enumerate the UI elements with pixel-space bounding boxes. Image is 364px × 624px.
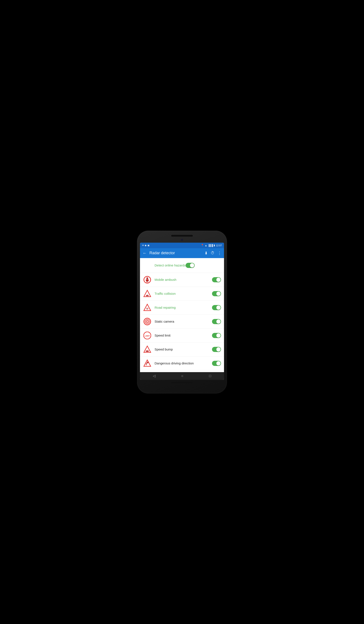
toolbar-title: Radar detector — [149, 251, 202, 255]
wifi-icon: ▲ — [205, 244, 207, 247]
location-icon: 📍 — [201, 244, 204, 247]
item-icon-dangerous-driving-direction — [143, 359, 152, 368]
toggle-mobile-ambush[interactable] — [212, 277, 221, 282]
list-item: ⚒ Road repairing — [140, 301, 224, 315]
phone-camera — [181, 239, 183, 241]
nav-home-button[interactable]: ○ — [181, 374, 183, 378]
svg-text:⚒: ⚒ — [146, 307, 149, 311]
history-button[interactable]: ⏱ — [211, 251, 215, 255]
item-icon-static-camera — [143, 317, 152, 326]
toggle-speed-limit[interactable] — [212, 333, 221, 338]
item-label-speed-limit: Speed limit — [155, 334, 212, 337]
status-right: 📍 ▲ ▐▐▐ ▮ 12:07 — [201, 244, 222, 247]
toggle-road-repairing[interactable] — [212, 305, 221, 310]
battery-icon: ▮ — [214, 244, 215, 247]
toggle-static-camera[interactable] — [212, 319, 221, 324]
item-icon-mobile-ambush — [143, 275, 152, 284]
phone-screen: ✉ ◉ ▣ 📍 ▲ ▐▐▐ ▮ 12:07 ← Radar detector ⬇… — [140, 243, 224, 380]
list-item: Dangerous driving direction — [140, 357, 224, 370]
toggle-traffic-collision[interactable] — [212, 291, 221, 296]
item-label-traffic-collision: Traffic collision — [155, 292, 212, 295]
svg-rect-5 — [148, 280, 149, 281]
item-icon-road-repairing: ⚒ — [143, 303, 152, 312]
item-label-static-camera: Static camera — [155, 320, 212, 323]
status-time: 12:07 — [216, 244, 222, 247]
nav-back-button[interactable]: ◁ — [153, 374, 156, 378]
toolbar-actions: ⬇ ⏱ ⋮ — [205, 251, 221, 256]
status-left: ✉ ◉ ▣ — [142, 244, 149, 247]
phone-speaker — [171, 235, 193, 237]
toggle-speed-bump[interactable] — [212, 347, 221, 352]
item-label-dangerous-driving-direction: Dangerous driving direction — [155, 362, 212, 365]
svg-rect-4 — [146, 280, 147, 281]
list-item: Dangerous crossing — [140, 370, 224, 372]
toolbar: ← Radar detector ⬇ ⏱ ⋮ — [140, 248, 224, 258]
svg-rect-6 — [146, 281, 147, 282]
signal-icon: ▐▐▐ — [208, 244, 213, 247]
item-icon-speed-limit: LIMIT — [143, 331, 152, 340]
item-label-mobile-ambush: Mobile ambush — [155, 278, 212, 282]
list-item: Static camera — [140, 315, 224, 329]
sim-icon: ▣ — [148, 244, 149, 247]
svg-point-20 — [146, 350, 149, 352]
phone-bottom-speaker — [171, 382, 193, 383]
download-button[interactable]: ⬇ — [205, 251, 208, 256]
nav-bar: ◁ ○ □ — [140, 372, 224, 380]
svg-point-16 — [147, 321, 148, 322]
list-item: Detect online hazards — [140, 258, 224, 273]
svg-text:🚗: 🚗 — [146, 293, 149, 296]
toggle-dangerous-driving-direction[interactable] — [212, 361, 221, 366]
list-item: 🚗 Traffic collision — [140, 287, 224, 301]
item-icon-detect — [143, 261, 152, 270]
item-icon-traffic-collision: 🚗 — [143, 289, 152, 298]
list-item: Speed bump — [140, 342, 224, 357]
back-button[interactable]: ← — [143, 251, 147, 256]
status-bar: ✉ ◉ ▣ 📍 ▲ ▐▐▐ ▮ 12:07 — [140, 243, 224, 248]
item-label-detect-online-hazards: Detect online hazards — [155, 263, 186, 267]
circle-icon: ◉ — [145, 244, 147, 247]
item-label-road-repairing: Road repairing — [155, 306, 212, 309]
svg-text:LIMIT: LIMIT — [145, 335, 150, 337]
list-item: Mobile ambush — [140, 273, 224, 287]
settings-list: Detect online hazards — [140, 258, 224, 372]
menu-button[interactable]: ⋮ — [218, 251, 221, 256]
nav-recent-button[interactable]: □ — [209, 374, 211, 378]
toggle-detect-online-hazards[interactable] — [186, 263, 195, 268]
list-item: LIMIT Speed limit — [140, 329, 224, 342]
phone-device: ✉ ◉ ▣ 📍 ▲ ▐▐▐ ▮ 12:07 ← Radar detector ⬇… — [137, 231, 227, 393]
svg-point-2 — [146, 277, 148, 279]
mail-icon: ✉ — [142, 244, 144, 247]
svg-rect-7 — [148, 281, 148, 282]
item-label-speed-bump: Speed bump — [155, 347, 212, 351]
item-icon-speed-bump — [143, 345, 152, 354]
